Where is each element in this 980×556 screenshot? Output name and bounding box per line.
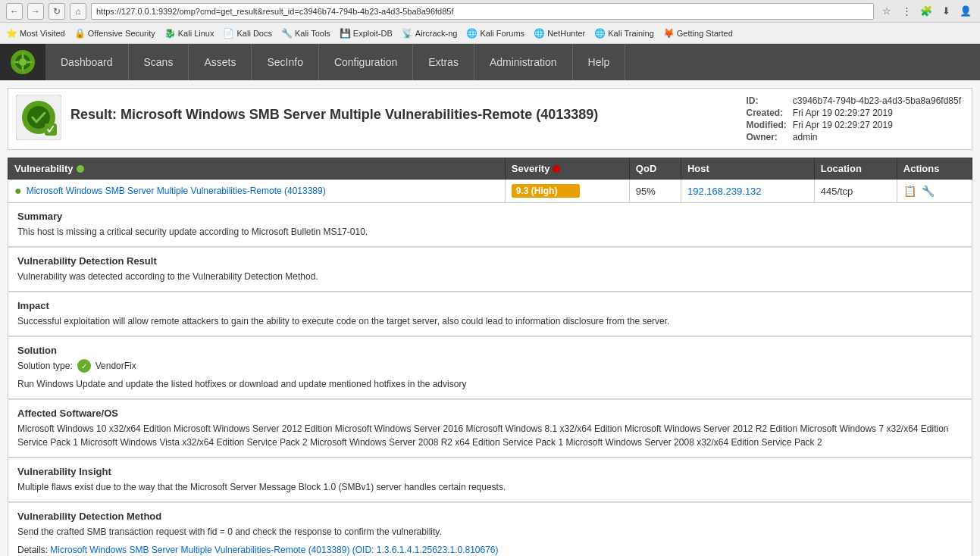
action-icon-1[interactable]: 📋 [903, 185, 916, 197]
bookmark-most-visited[interactable]: ⭐ Most Visited [6, 28, 65, 39]
nav-item-help[interactable]: Help [573, 44, 626, 80]
modified-value: Fri Apr 19 02:29:27 2019 [790, 119, 964, 131]
nav-items: Dashboard Scans Assets SecInfo Configura… [45, 44, 980, 80]
bookmark-offensive-security-label: Offensive Security [88, 29, 155, 38]
vuln-link[interactable]: Microsoft Windows SMB Server Multiple Vu… [27, 186, 326, 196]
col-qod: QoD [629, 158, 681, 180]
bookmark-nethunter[interactable]: 🌐 NetHunter [534, 28, 585, 39]
detection-method-title: Vulnerability Detection Method [17, 511, 963, 522]
url-bar[interactable] [91, 3, 874, 20]
bookmark-kali-linux-label: Kali Linux [178, 29, 214, 38]
getting-started-icon: 🦊 [663, 28, 675, 39]
col-actions: Actions [897, 158, 972, 180]
solution-type-value: VendorFix [95, 359, 136, 373]
app-logo [0, 44, 45, 80]
action-icon-2[interactable]: 🔧 [922, 185, 935, 197]
bookmark-kali-training[interactable]: 🌐 Kali Training [594, 28, 654, 39]
nav-item-secinfo[interactable]: SecInfo [252, 44, 318, 80]
bookmark-kali-training-label: Kali Training [608, 29, 654, 38]
insight-section: Vulnerability Insight Multiple flaws exi… [8, 458, 972, 502]
bookmark-kali-forums-label: Kali Forums [480, 29, 524, 38]
severity-icon [553, 165, 560, 173]
col-host: Host [681, 158, 814, 180]
nav-item-scans[interactable]: Scans [129, 44, 189, 80]
bookmark-kali-forums[interactable]: 🌐 Kali Forums [466, 28, 524, 39]
details-link[interactable]: Microsoft Windows SMB Server Multiple Vu… [50, 545, 498, 555]
result-title: Result: Microsoft Windows SMB Server Mul… [70, 101, 743, 123]
solution-title: Solution [17, 345, 963, 356]
affected-section: Affected Software/OS Microsoft Windows 1… [8, 400, 972, 458]
browser-bar: ← → ↻ ⌂ ☆ ⋮ 🧩 ⬇ 👤 [0, 0, 980, 23]
bookmark-kali-linux[interactable]: 🐉 Kali Linux [164, 28, 214, 39]
nethunter-icon: 🌐 [534, 28, 545, 39]
profile-icon[interactable]: 👤 [957, 3, 974, 20]
id-value: c3946b74-794b-4b23-a4d3-5ba8a96fd85f [790, 95, 964, 107]
back-button[interactable]: ← [6, 3, 23, 20]
bookmark-exploit-db[interactable]: 💾 Exploit-DB [340, 28, 393, 39]
bookmark-getting-started-label: Getting Started [677, 29, 733, 38]
menu-icon[interactable]: ⋮ [898, 3, 915, 20]
details-prefix: Details: [17, 545, 48, 555]
kali-tools-icon: 🔧 [281, 28, 293, 39]
solution-text: Run Windows Update and update the listed… [17, 377, 963, 391]
impact-title: Impact [17, 300, 963, 311]
modified-label: Modified: [743, 119, 789, 131]
nav-item-assets[interactable]: Assets [189, 44, 252, 80]
bookmark-kali-tools-label: Kali Tools [295, 29, 330, 38]
detection-method-details: Details: Microsoft Windows SMB Server Mu… [17, 543, 963, 556]
table-row: ● Microsoft Windows SMB Server Multiple … [8, 180, 972, 203]
affected-title: Affected Software/OS [17, 408, 963, 419]
insight-title: Vulnerability Insight [17, 466, 963, 477]
offensive-security-icon: 🔒 [74, 28, 86, 39]
severity-badge: 9.3 (High) [512, 184, 580, 198]
created-value: Fri Apr 19 02:29:27 2019 [790, 107, 964, 119]
bookmark-kali-docs[interactable]: 📄 Kali Docs [223, 28, 271, 39]
detection-method-section: Vulnerability Detection Method Send the … [8, 503, 972, 556]
actions-cell: 📋 🔧 [897, 180, 972, 203]
bookmark-aircrack-ng-label: Aircrack-ng [415, 29, 458, 38]
bookmark-getting-started[interactable]: 🦊 Getting Started [663, 28, 733, 39]
vuln-name-cell: ● Microsoft Windows SMB Server Multiple … [8, 180, 506, 203]
kali-docs-icon: 📄 [223, 28, 234, 39]
qod-cell: 95% [629, 180, 681, 203]
home-button[interactable]: ⌂ [70, 3, 86, 20]
summary-title: Summary [17, 211, 963, 222]
detection-result-title: Vulnerability Detection Result [17, 255, 963, 267]
bookmark-icon[interactable]: ☆ [878, 3, 895, 20]
summary-text: This host is missing a critical security… [17, 225, 963, 239]
summary-section: Summary This host is missing a critical … [8, 203, 972, 247]
most-visited-icon: ⭐ [6, 28, 17, 39]
reload-button[interactable]: ↻ [49, 3, 65, 20]
bookmark-exploit-db-label: Exploit-DB [353, 29, 393, 38]
severity-cell: 9.3 (High) [505, 180, 629, 203]
impact-section: Impact Successful exploitation will allo… [8, 292, 972, 336]
detection-result-text: Vulnerability was detected according to … [17, 270, 963, 283]
owner-value: admin [790, 131, 964, 143]
insight-text: Multiple flaws exist due to the way that… [17, 480, 963, 494]
solution-type-row: Solution type: ✓ VendorFix [17, 359, 963, 373]
bookmark-offensive-security[interactable]: 🔒 Offensive Security [74, 28, 155, 39]
bookmark-kali-tools[interactable]: 🔧 Kali Tools [281, 28, 330, 39]
nav-bar: Dashboard Scans Assets SecInfo Configura… [0, 44, 980, 80]
result-header: Result: Microsoft Windows SMB Server Mul… [8, 88, 972, 150]
solution-section: Solution Solution type: ✓ VendorFix Run … [8, 337, 972, 399]
download-icon[interactable]: ⬇ [938, 3, 954, 20]
nav-item-configuration[interactable]: Configuration [319, 44, 413, 80]
col-location: Location [814, 158, 897, 180]
nav-item-administration[interactable]: Administration [474, 44, 573, 80]
kali-forums-icon: 🌐 [466, 28, 477, 39]
nav-item-dashboard[interactable]: Dashboard [45, 44, 129, 80]
svg-point-2 [19, 58, 27, 66]
bookmark-aircrack-ng[interactable]: 📡 Aircrack-ng [402, 28, 458, 39]
host-link[interactable]: 192.168.239.132 [687, 186, 762, 197]
result-meta: ID: c3946b74-794b-4b23-a4d3-5ba8a96fd85f… [743, 95, 964, 143]
forward-button[interactable]: → [27, 3, 44, 20]
vulnerability-icon [77, 165, 84, 173]
extensions-icon[interactable]: 🧩 [918, 3, 935, 20]
kali-training-icon: 🌐 [594, 28, 606, 39]
vendor-fix-icon: ✓ [77, 359, 91, 373]
detection-method-text: Send the crafted SMB transaction request… [17, 525, 963, 539]
nav-item-extras[interactable]: Extras [413, 44, 474, 80]
impact-text: Successful exploitation will allow remot… [17, 314, 963, 328]
created-label: Created: [743, 107, 789, 119]
